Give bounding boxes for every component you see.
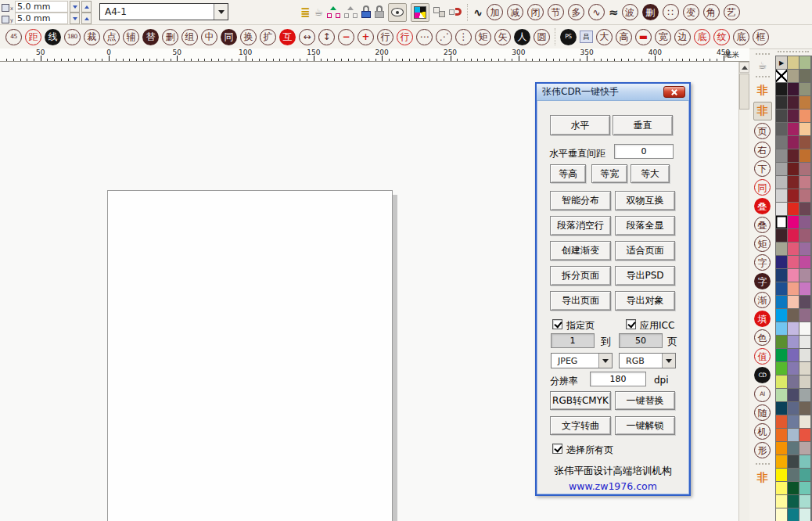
icon-字[interactable]: 字 xyxy=(754,273,771,289)
color-swatch[interactable] xyxy=(788,269,799,282)
group-gray-icon[interactable] xyxy=(344,6,357,18)
icon-组[interactable]: 组 xyxy=(181,29,198,45)
color-swatch[interactable] xyxy=(799,415,810,428)
color-swatch[interactable] xyxy=(788,349,799,361)
icon-换[interactable]: 换 xyxy=(240,29,257,45)
color-swatch[interactable] xyxy=(799,482,810,494)
zw-plugin-icon-active[interactable]: 非 xyxy=(753,102,772,120)
icon-下[interactable]: 下 xyxy=(754,160,771,177)
icon-色[interactable]: 色 xyxy=(754,329,771,346)
color-swatch[interactable] xyxy=(788,469,799,481)
icon-页[interactable]: 页 xyxy=(754,123,771,139)
color-swatch[interactable] xyxy=(788,70,799,82)
icon-多[interactable]: 多 xyxy=(568,4,584,20)
lines-icon[interactable]: ≈ xyxy=(609,5,618,20)
color-swatch[interactable] xyxy=(776,415,787,428)
color-swatch[interactable] xyxy=(776,256,787,268)
nudge-x-field[interactable] xyxy=(15,1,68,13)
color-swatch[interactable] xyxy=(788,336,799,348)
color-swatch[interactable] xyxy=(776,402,787,415)
color-swatch[interactable] xyxy=(776,442,787,455)
color-swatch[interactable] xyxy=(799,375,810,388)
color-swatch[interactable] xyxy=(776,362,787,375)
color-swatch[interactable] xyxy=(776,482,787,494)
minus-icon[interactable]: − xyxy=(338,29,354,45)
icon-渐[interactable]: 渐 xyxy=(754,292,771,308)
icon-删[interactable]: 删 xyxy=(162,29,178,45)
icon-行[interactable]: 行 xyxy=(377,29,393,45)
cup-icon[interactable]: ☕ xyxy=(758,59,767,71)
icon-裁[interactable]: 裁 xyxy=(84,29,100,45)
color-swatch[interactable] xyxy=(788,362,799,375)
zw-plugin-icon2[interactable]: 非 xyxy=(754,469,771,487)
color-preview-icon[interactable] xyxy=(411,3,429,22)
color-swatch[interactable] xyxy=(776,336,787,348)
color-swatch[interactable] xyxy=(776,110,787,122)
icon-互[interactable]: 互 xyxy=(279,29,296,45)
page-size-combo[interactable]: A4-1 xyxy=(99,3,228,20)
color-swatch-selected[interactable] xyxy=(776,216,787,228)
icon-变[interactable]: 变 xyxy=(683,4,699,20)
nudge-x-down-button[interactable] xyxy=(70,1,80,13)
color-swatch[interactable] xyxy=(799,149,810,162)
add-row-icon[interactable]: 行 xyxy=(397,29,413,45)
icon-高[interactable]: 高 xyxy=(616,29,632,45)
color-swatch[interactable] xyxy=(788,482,799,494)
dialog-button-RGB转CMYK[interactable]: RGB转CMYK xyxy=(550,391,611,410)
icon-删[interactable]: 删 xyxy=(642,4,659,20)
nudge-y-down-button[interactable] xyxy=(70,13,80,24)
color-swatch[interactable] xyxy=(788,429,799,441)
color-swatch[interactable] xyxy=(799,83,810,95)
color-swatch[interactable] xyxy=(776,123,787,135)
color-swatch[interactable] xyxy=(788,415,799,428)
color-swatch[interactable] xyxy=(799,495,810,508)
icon-节[interactable]: 节 xyxy=(548,4,564,20)
color-swatch[interactable] xyxy=(776,309,787,322)
hdots-icon[interactable]: ⋯ xyxy=(416,29,433,45)
color-swatch[interactable] xyxy=(788,96,799,109)
snap-magnet-icon[interactable] xyxy=(449,7,462,17)
color-swatch[interactable] xyxy=(788,282,799,295)
icon-形[interactable]: 形 xyxy=(754,442,771,458)
icon-减[interactable]: 减 xyxy=(507,4,523,20)
ai-icon[interactable]: AI xyxy=(754,386,771,402)
close-icon[interactable] xyxy=(663,86,685,98)
zw-plugin-icon[interactable]: 非 xyxy=(754,82,771,99)
icon-距[interactable]: 距 xyxy=(25,29,41,45)
icon-替[interactable]: 替 xyxy=(142,29,159,45)
color-swatch[interactable] xyxy=(788,455,799,468)
dialog-button-双物互换[interactable]: 双物互换 xyxy=(615,191,675,210)
icon-闭[interactable]: 闭 xyxy=(527,4,544,20)
icon-矩[interactable]: 矩 xyxy=(475,29,491,45)
icon-大[interactable]: 大 xyxy=(596,29,613,45)
page-from-input[interactable] xyxy=(551,333,595,348)
dialog-button-文字转曲[interactable]: 文字转曲 xyxy=(550,416,611,435)
icon-叠[interactable]: 叠 xyxy=(754,217,771,233)
icon-底[interactable]: 底 xyxy=(694,29,710,45)
checkbox-specify-page[interactable] xyxy=(552,319,562,329)
icon-圆[interactable]: 圆 xyxy=(534,29,550,45)
color-swatch[interactable] xyxy=(799,309,810,322)
color-swatch[interactable] xyxy=(776,96,787,109)
icon-填[interactable]: 填 xyxy=(754,311,771,327)
icon-加[interactable]: 加 xyxy=(487,4,503,20)
color-swatch[interactable] xyxy=(799,429,810,441)
dialog-button-导出对象[interactable]: 导出对象 xyxy=(615,291,675,311)
dialog-button-创建渐变[interactable]: 创建渐变 xyxy=(550,241,611,260)
color-swatch[interactable] xyxy=(776,136,787,149)
color-swatch[interactable] xyxy=(788,189,799,202)
color-swatch[interactable] xyxy=(788,508,799,521)
checkbox-select-all-pages[interactable] xyxy=(552,444,562,454)
bullet-list-icon[interactable]: ≣ xyxy=(300,5,311,20)
color-swatch[interactable] xyxy=(776,322,787,335)
colormode-select[interactable]: RGB xyxy=(619,353,676,368)
color-swatch[interactable] xyxy=(788,495,799,508)
icon-矩[interactable]: 矩 xyxy=(754,235,771,252)
dialog-button-智能分布[interactable]: 智能分布 xyxy=(550,191,611,210)
dots-circle-icon[interactable]: ∷ xyxy=(663,4,679,20)
icon-随[interactable]: 随 xyxy=(754,404,771,421)
color-swatch[interactable] xyxy=(799,70,810,82)
color-swatch[interactable] xyxy=(776,176,787,189)
color-swatch[interactable] xyxy=(776,163,787,175)
color-swatch[interactable] xyxy=(788,216,799,228)
